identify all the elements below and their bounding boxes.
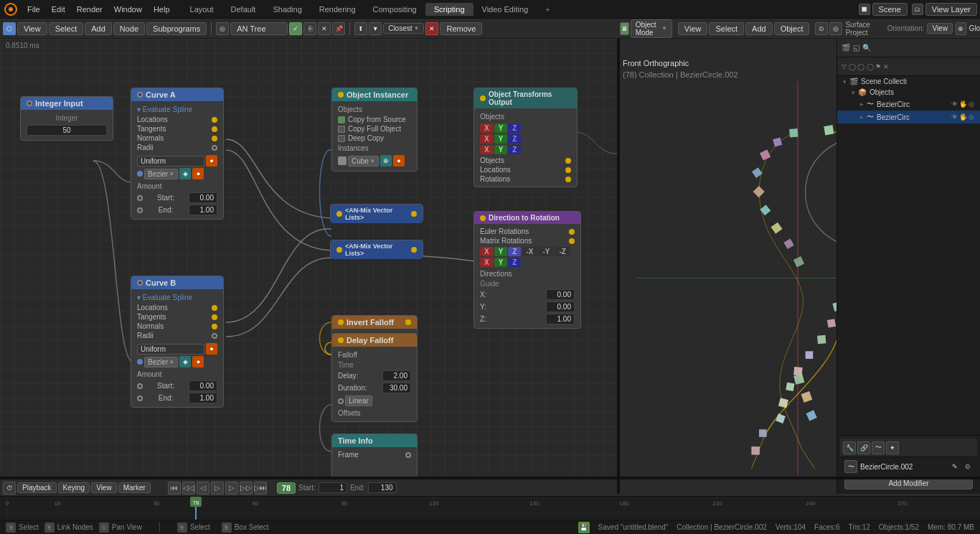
socket-ot-locations[interactable] (565, 167, 571, 173)
delete-icon[interactable]: ✕ (425, 22, 438, 35)
dir-nx-btn[interactable]: -X (522, 247, 537, 256)
tab-shading[interactable]: Shading (264, 3, 310, 16)
ot-x1-btn[interactable]: X (480, 123, 494, 133)
dir-y-val[interactable]: 0.00 (546, 301, 575, 312)
keying-dropdown[interactable]: Keying (58, 482, 90, 493)
socket-dir-rot-in[interactable] (480, 215, 486, 221)
prop-particles-icon[interactable]: ✦ (886, 441, 899, 454)
socket-mix2-in[interactable] (336, 247, 342, 253)
prop-wrench-icon[interactable]: 🔧 (843, 441, 856, 454)
start-frame-val[interactable]: 1 (319, 482, 347, 493)
view-layer-selector[interactable]: View Layer (925, 3, 977, 16)
socket-curve-b-in[interactable] (137, 280, 143, 286)
node-integer-input[interactable]: Integer Input Integer 50 (20, 96, 113, 141)
curve-a-start-val[interactable]: 0.00 (189, 192, 217, 203)
tl-jump-end-btn[interactable]: ▷⏭ (254, 482, 267, 495)
pan-view-btn[interactable]: ⊙ Pan View (99, 523, 142, 533)
tab-video-editing[interactable]: Video Editing (473, 3, 537, 16)
outliner-item-objects[interactable]: ▾ 📦 Objects (837, 87, 980, 98)
ot-x3-btn[interactable]: X (480, 145, 494, 154)
v3d-snap-icon[interactable]: ⊙ (815, 22, 828, 35)
socket-invert-in[interactable] (338, 319, 344, 325)
dir-x-val[interactable]: 0.00 (546, 289, 575, 300)
node-mix-vec-2[interactable]: <AN-Mix Vector Lists> (330, 240, 423, 258)
node-obj-transforms-output[interactable]: Object Transforms Output Objects X Y Z X… (473, 88, 578, 187)
tl-next-keyframe-btn[interactable]: ▷▷ (240, 482, 253, 495)
curve-a-orange2-btn[interactable]: ● (192, 168, 204, 179)
curve-a-orange-btn[interactable]: ● (206, 155, 217, 167)
socket-cb-normals[interactable] (212, 324, 217, 329)
end-frame-val[interactable]: 130 (368, 482, 397, 493)
tl-current-frame[interactable]: 78 (277, 482, 296, 494)
cube-orange[interactable]: ● (393, 155, 405, 167)
duration-val[interactable]: 30.00 (382, 383, 411, 393)
tl-prev-keyframe-btn[interactable]: ⏮ (168, 482, 181, 495)
tl-play-btn[interactable]: ▷ (211, 482, 224, 495)
link-nodes-btn[interactable]: 🖱 Link Nodes (44, 523, 93, 533)
tl-view-dropdown[interactable]: View (91, 482, 117, 493)
node-time-info[interactable]: Time Info Frame (331, 434, 418, 478)
socket-curve-a-start[interactable] (137, 195, 143, 201)
node-pin-icon[interactable]: 📌 (332, 22, 345, 35)
ot-y3-btn[interactable]: Y (494, 145, 508, 154)
scene-selector[interactable]: Scene (872, 3, 908, 16)
menu-help[interactable]: Help (148, 4, 176, 15)
linear-tag[interactable]: Linear (345, 395, 372, 406)
ot-z3-btn[interactable]: Z (508, 145, 521, 154)
dir-z-val[interactable]: 1.00 (546, 314, 575, 324)
dir-x-btn[interactable]: X (480, 247, 494, 256)
object-mode-selector[interactable]: Object Mode ▼ (631, 19, 672, 38)
node-direction-to-rotation[interactable]: Direction to Rotation Euler Rotations Ma… (473, 211, 581, 329)
tl-prev-frame-btn[interactable]: ◁ (197, 482, 209, 495)
node-delay-falloff[interactable]: Delay Falloff Falloff Time Delay: 2.00 D… (331, 333, 418, 422)
socket-cb-locations[interactable] (212, 305, 217, 311)
node-tree-selector[interactable]: AN Tree (230, 22, 288, 35)
socket-integer-out[interactable] (27, 100, 32, 106)
socket-frame-out[interactable] (405, 452, 411, 458)
node-unlink-icon[interactable]: ✕ (318, 22, 331, 35)
ot-z2-btn[interactable]: Z (508, 134, 521, 144)
horizontal-divider[interactable] (0, 477, 980, 479)
node-object-instancer[interactable]: Object Instancer Objects Copy from Sourc… (331, 88, 418, 172)
socket-cb-end[interactable] (137, 395, 143, 401)
snap-selector[interactable]: Closest ▼ (383, 23, 424, 34)
v3d-select-btn[interactable]: Select (709, 22, 744, 35)
socket-ot-objects[interactable] (565, 158, 571, 164)
socket-obj-inst-in[interactable] (338, 92, 344, 98)
dir-z2-btn[interactable]: Z (508, 258, 521, 267)
socket-invert-out[interactable] (405, 319, 411, 325)
cb-orange2-btn[interactable]: ● (192, 356, 204, 367)
socket-mix1-in[interactable] (336, 211, 342, 217)
dir-x2-btn[interactable]: X (480, 258, 494, 267)
select-status-btn[interactable]: 🖱 Select (6, 523, 39, 533)
v3d-view-btn[interactable]: View (678, 22, 708, 35)
socket-cb-tangents[interactable] (212, 314, 217, 320)
node-view-btn[interactable]: View (17, 22, 47, 35)
bezier-clear-btn[interactable]: ✕ (169, 171, 174, 177)
prop-constraint-icon[interactable]: 🔗 (857, 441, 870, 454)
remove-btn[interactable]: Remove (440, 22, 482, 35)
cube-tag[interactable]: Cube ✕ (348, 156, 379, 167)
curve-a-end-val[interactable]: 1.00 (189, 205, 217, 215)
cb-orange-btn[interactable]: ● (206, 343, 217, 355)
playback-dropdown[interactable]: Playback (17, 482, 57, 493)
tab-layout[interactable]: Layout (182, 3, 222, 16)
cb-bezier-tag[interactable]: Bezier ✕ (144, 357, 178, 367)
dir-nz-btn[interactable]: -Z (555, 247, 570, 256)
delay-val[interactable]: 2.00 (382, 370, 411, 381)
bezier2-restrict1[interactable]: 👁 (951, 113, 958, 121)
socket-matrix-out[interactable] (569, 238, 575, 244)
box-select-btn[interactable]: 🖱 Box Select (222, 523, 269, 533)
socket-cb-bezier-in[interactable] (137, 359, 143, 365)
tab-compositing[interactable]: Compositing (364, 3, 425, 16)
node-align-icon[interactable]: ⬆ (354, 22, 367, 35)
node-curve-a[interactable]: Curve A ▾ Evaluate Spline Locations Tang… (131, 88, 224, 220)
socket-curve-a-locations[interactable] (212, 117, 217, 123)
copy-full-object-box[interactable] (338, 126, 345, 133)
cube-teal[interactable]: ⊕ (380, 155, 392, 167)
copy-from-source-box[interactable] (338, 116, 345, 123)
object-rename-icon[interactable]: ✎ (950, 462, 960, 472)
dir-z-btn[interactable]: Z (508, 247, 521, 256)
marker-dropdown[interactable]: Marker (118, 482, 151, 493)
deep-copy-check[interactable]: Deep Copy (338, 134, 411, 143)
